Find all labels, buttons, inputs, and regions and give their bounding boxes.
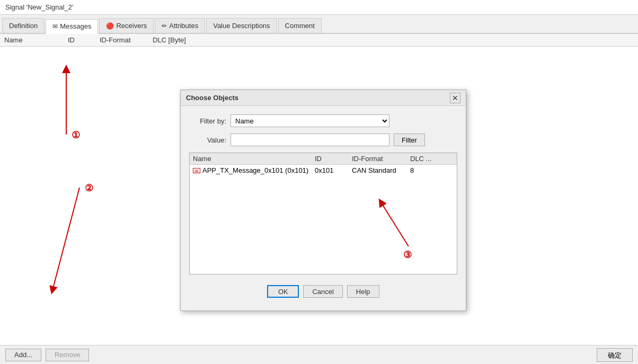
dialog-titlebar: Choose Objects ✕: [181, 90, 466, 106]
tab-definition-label: Definition: [9, 22, 38, 30]
object-list-header: Name ID ID-Format DLC ...: [190, 153, 457, 165]
main-content: Name ID ID-Format DLC [Byte] ① ②: [0, 34, 638, 345]
obj-row-id: 0x101: [315, 166, 352, 174]
tab-receivers-label: Receivers: [116, 22, 147, 30]
obj-row-name-text: APP_TX_Message_0x101 (0x101): [202, 166, 308, 174]
remove-button[interactable]: Remove: [46, 349, 89, 361]
value-label: Value:: [189, 136, 226, 144]
receivers-icon: 🔴: [106, 22, 114, 30]
col-header-name: Name: [4, 36, 68, 44]
annotation-number-1: ①: [72, 129, 80, 141]
messages-icon: ✉: [52, 23, 58, 30]
obj-header-idformat: ID-Format: [352, 155, 410, 163]
tab-attributes[interactable]: ✏ Attributes: [155, 18, 205, 33]
tab-bar: Definition ✉ Messages 🔴 Receivers ✏ Attr…: [0, 15, 638, 34]
filter-by-label: Filter by:: [189, 117, 226, 125]
col-header-dlc: DLC [Byte]: [153, 36, 206, 44]
svg-line-3: [53, 188, 79, 288]
col-header-idformat: ID-Format: [100, 36, 153, 44]
dialog-buttons: OK Cancel Help: [189, 281, 457, 302]
title-bar: Signal 'New_Signal_2': [0, 0, 638, 15]
message-icon: ✉: [193, 168, 200, 173]
tab-messages-label: Messages: [60, 22, 91, 30]
obj-header-name: Name: [193, 155, 315, 163]
dialog-body: Filter by: Name Value: Filter Name ID ID…: [181, 106, 466, 310]
ok-button[interactable]: OK: [267, 285, 299, 298]
filter-button[interactable]: Filter: [394, 134, 425, 146]
bottom-bar: Add... Remove 确定: [0, 345, 638, 364]
choose-objects-dialog: Choose Objects ✕ Filter by: Name Value: …: [180, 90, 466, 311]
table-header: Name ID ID-Format DLC [Byte]: [0, 34, 638, 47]
value-input[interactable]: [231, 134, 389, 146]
tab-definition[interactable]: Definition: [2, 18, 45, 33]
obj-row-idformat: CAN Standard: [352, 166, 410, 174]
filter-by-row: Filter by: Name: [189, 114, 457, 127]
tab-comment-label: Comment: [285, 22, 315, 30]
tab-comment[interactable]: Comment: [278, 18, 322, 33]
obj-row-name: ✉ APP_TX_Message_0x101 (0x101): [193, 166, 315, 174]
filter-by-select[interactable]: Name: [231, 114, 389, 127]
annotation-number-2: ②: [85, 182, 93, 194]
tab-value-descriptions[interactable]: Value Descriptions: [206, 18, 277, 33]
tab-attributes-label: Attributes: [169, 22, 198, 30]
attributes-icon: ✏: [162, 22, 167, 30]
tab-value-descriptions-label: Value Descriptions: [213, 22, 270, 30]
dialog-title: Choose Objects: [186, 94, 238, 102]
help-button[interactable]: Help: [347, 285, 379, 298]
object-list: Name ID ID-Format DLC ... ✉ APP_TX_Messa…: [189, 153, 457, 274]
confirm-button[interactable]: 确定: [597, 348, 633, 362]
tab-receivers[interactable]: 🔴 Receivers: [99, 18, 154, 33]
object-list-row[interactable]: ✉ APP_TX_Message_0x101 (0x101) 0x101 CAN…: [190, 165, 457, 176]
col-header-id: ID: [68, 36, 100, 44]
cancel-button[interactable]: Cancel: [303, 285, 342, 298]
obj-header-id: ID: [315, 155, 352, 163]
filter-by-select-wrapper: Name: [231, 114, 389, 127]
obj-row-dlc: 8: [410, 166, 442, 174]
tab-messages[interactable]: ✉ Messages: [46, 19, 98, 34]
dialog-close-button[interactable]: ✕: [450, 93, 460, 103]
title-text: Signal 'New_Signal_2': [5, 3, 74, 11]
confirm-area: 确定: [597, 348, 633, 362]
value-row: Value: Filter: [189, 134, 457, 146]
obj-header-dlc: DLC ...: [410, 155, 442, 163]
add-button[interactable]: Add...: [5, 349, 41, 361]
